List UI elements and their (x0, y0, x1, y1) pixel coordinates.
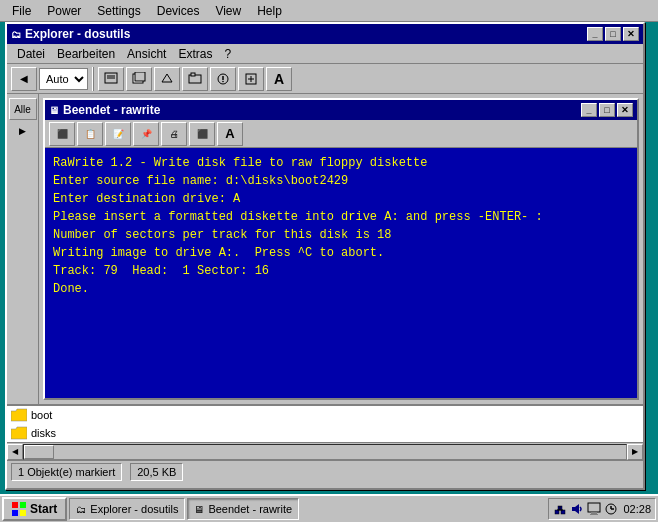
svg-rect-4 (135, 72, 145, 81)
dos-line-7: Track: 79 Head: 1 Sector: 16 (53, 262, 629, 280)
svg-rect-6 (191, 73, 195, 76)
svg-rect-26 (590, 514, 598, 515)
dos-btn5[interactable]: 🖨 (161, 122, 187, 146)
menu-ansicht[interactable]: Ansicht (121, 45, 172, 63)
toolbar-btn2[interactable] (126, 67, 152, 91)
dos-font-btn[interactable]: A (217, 122, 243, 146)
folder-icon-boot (11, 408, 27, 422)
dos-line-0: RaWrite 1.2 - Write disk file to raw flo… (53, 154, 629, 172)
tree-expand[interactable]: ▶ (19, 126, 26, 136)
scroll-track[interactable] (23, 444, 627, 460)
dos-btn3[interactable]: 📝 (105, 122, 131, 146)
dos-line-3: Enter destination drive: A (53, 190, 629, 208)
dos-btn2[interactable]: 📋 (77, 122, 103, 146)
svg-point-9 (222, 80, 224, 82)
minimize-button[interactable]: _ (587, 27, 603, 41)
menu-power[interactable]: Power (39, 2, 89, 20)
svg-rect-14 (20, 502, 26, 508)
svg-rect-15 (12, 510, 18, 516)
svg-rect-24 (588, 503, 600, 512)
dos-title: Beendet - rawrite (63, 103, 160, 117)
explorer-titlebar: 🗂 Explorer - dosutils _ □ ✕ (7, 24, 643, 44)
dos-btn6[interactable]: ⬛ (189, 122, 215, 146)
dos-window: 🖥 Beendet - rawrite _ □ ✕ ⬛ 📋 📝 📌 🖨 ⬛ A (43, 98, 639, 400)
explorer-menubar: Datei Bearbeiten Ansicht Extras ? (7, 44, 643, 64)
start-button[interactable]: Start (2, 497, 67, 521)
scroll-left[interactable]: ◀ (7, 444, 23, 460)
svg-rect-25 (591, 512, 597, 514)
close-button[interactable]: ✕ (623, 27, 639, 41)
toolbar-btn5[interactable] (210, 67, 236, 91)
explorer-window: 🗂 Explorer - dosutils _ □ ✕ Datei Bearbe… (5, 22, 645, 490)
top-menubar: File Power Settings Devices View Help (0, 0, 658, 22)
status-bar: 1 Objekt(e) markiert 20,5 KB (7, 460, 643, 482)
dos-close[interactable]: ✕ (617, 103, 633, 117)
svg-rect-17 (555, 510, 559, 514)
maximize-button[interactable]: □ (605, 27, 621, 41)
file-item-disks[interactable]: disks (7, 424, 643, 442)
svg-marker-23 (572, 504, 579, 514)
monitor-icon (587, 502, 601, 516)
title-controls: _ □ ✕ (587, 27, 639, 41)
dos-maximize[interactable]: □ (599, 103, 615, 117)
dos-line-5: Number of sectors per track for this dis… (53, 226, 629, 244)
alle-button[interactable]: Alle (9, 98, 37, 120)
menu-devices[interactable]: Devices (149, 2, 208, 20)
taskbar-rawrite[interactable]: 🖥 Beendet - rawrite (187, 498, 299, 520)
taskbar: Start 🗂 Explorer - dosutils 🖥 Beendet - … (0, 494, 658, 522)
taskbar-rawrite-label: Beendet - rawrite (208, 503, 292, 515)
clock-time: 02:28 (623, 503, 651, 515)
system-tray: 02:28 (548, 498, 656, 520)
explorer-title-group: 🗂 Explorer - dosutils (11, 27, 130, 41)
windows-logo-icon (12, 502, 26, 516)
hscrollbar: ◀ ▶ (7, 442, 643, 460)
status-size: 20,5 KB (130, 463, 183, 481)
font-button[interactable]: A (266, 67, 292, 91)
taskbar-explorer[interactable]: 🗂 Explorer - dosutils (69, 498, 185, 520)
toolbar-btn3[interactable] (154, 67, 180, 91)
menu-question[interactable]: ? (218, 45, 237, 63)
taskbar-explorer-label: Explorer - dosutils (90, 503, 178, 515)
speaker-icon (570, 502, 584, 516)
taskbar-tray: 02:28 (548, 498, 656, 520)
dos-toolbar: ⬛ 📋 📝 📌 🖨 ⬛ A (45, 120, 637, 148)
scroll-thumb[interactable] (24, 445, 54, 459)
menu-datei[interactable]: Datei (11, 45, 51, 63)
menu-extras[interactable]: Extras (172, 45, 218, 63)
dos-line-6: Writing image to drive A:. Press ^C to a… (53, 244, 629, 262)
clock-icon (604, 502, 618, 516)
dos-title-group: 🖥 Beendet - rawrite (49, 103, 160, 117)
svg-rect-16 (20, 510, 26, 516)
file-name-boot: boot (31, 409, 52, 421)
file-item-boot[interactable]: boot (7, 406, 643, 424)
svg-rect-13 (12, 502, 18, 508)
dos-line-4: Please insert a formatted diskette into … (53, 208, 629, 226)
menu-file[interactable]: File (4, 2, 39, 20)
scroll-right[interactable]: ▶ (627, 444, 643, 460)
explorer-title: Explorer - dosutils (25, 27, 130, 41)
dos-titlebar: 🖥 Beendet - rawrite _ □ ✕ (45, 100, 637, 120)
menu-view[interactable]: View (207, 2, 249, 20)
explorer-toolbar: ◀ Auto A (7, 64, 643, 94)
file-list: boot disks (7, 406, 643, 442)
toolbar-btn6[interactable] (238, 67, 264, 91)
svg-rect-18 (561, 510, 565, 514)
dos-btn1[interactable]: ⬛ (49, 122, 75, 146)
toolbar-separator (92, 67, 94, 91)
dos-minimize[interactable]: _ (581, 103, 597, 117)
start-label: Start (30, 502, 57, 516)
zoom-select[interactable]: Auto (39, 68, 88, 90)
toolbar-back[interactable]: ◀ (11, 67, 37, 91)
dos-line-2: Enter source file name: d:\disks\boot242… (53, 172, 629, 190)
dos-title-controls: _ □ ✕ (581, 103, 633, 117)
dos-btn4[interactable]: 📌 (133, 122, 159, 146)
menu-bearbeiten[interactable]: Bearbeiten (51, 45, 121, 63)
toolbar-btn1[interactable] (98, 67, 124, 91)
dos-line-8: Done. (53, 280, 629, 298)
dos-content-area: RaWrite 1.2 - Write disk file to raw flo… (45, 148, 637, 398)
taskbar-explorer-icon: 🗂 (76, 504, 86, 515)
toolbar-btn4[interactable] (182, 67, 208, 91)
menu-settings[interactable]: Settings (89, 2, 148, 20)
menu-help[interactable]: Help (249, 2, 290, 20)
status-selected: 1 Objekt(e) markiert (11, 463, 122, 481)
